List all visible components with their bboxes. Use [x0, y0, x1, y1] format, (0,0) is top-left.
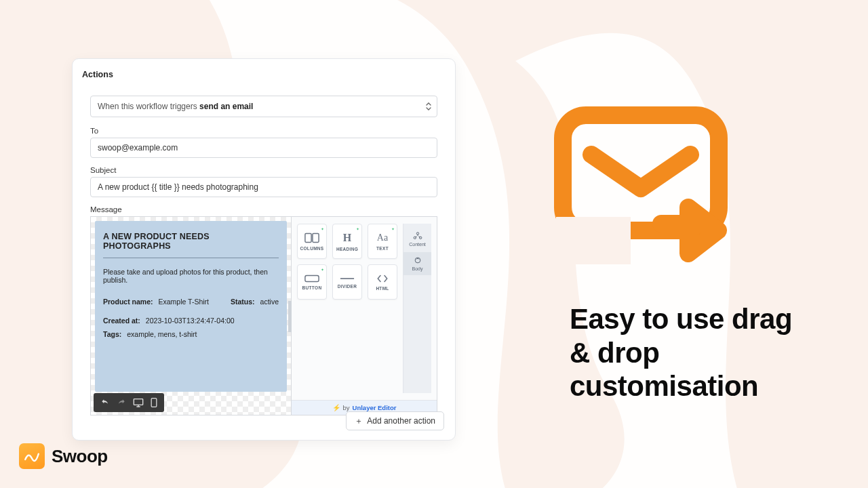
block-text[interactable]: ✦ Aa TEXT — [368, 224, 397, 259]
headline: Easy to use drag & drop customisation — [570, 302, 807, 403]
tab-content-label: Content — [409, 242, 426, 247]
email-preview[interactable]: A NEW PRODUCT NEEDS PHOTOGRAPHS Please t… — [95, 221, 287, 392]
product-name-key: Product name: — [103, 298, 153, 306]
subject-input[interactable] — [90, 177, 437, 197]
credit-link[interactable]: Unlayer Editor — [353, 404, 397, 411]
email-title: A NEW PRODUCT NEEDS PHOTOGRAPHS — [103, 232, 279, 251]
svg-rect-2 — [305, 233, 311, 242]
block-html[interactable]: HTML — [368, 264, 397, 300]
editor-canvas[interactable]: A NEW PRODUCT NEEDS PHOTOGRAPHS Please t… — [90, 216, 292, 415]
tags-key: Tags: — [103, 330, 121, 338]
block-button[interactable]: ✦ BUTTON — [297, 264, 327, 300]
email-intro: Please take and upload photos for this p… — [103, 268, 279, 284]
block-divider-label: DIVIDER — [338, 284, 357, 289]
redo-icon[interactable] — [117, 398, 126, 407]
plus-icon: ＋ — [355, 415, 363, 427]
block-heading[interactable]: ✦ H HEADING — [332, 224, 362, 259]
tab-body[interactable]: Body — [403, 252, 431, 275]
subject-label: Subject — [90, 166, 437, 174]
editor-toolbar — [94, 393, 164, 412]
status-key: Status: — [231, 298, 255, 306]
block-text-label: TEXT — [376, 246, 389, 251]
svg-rect-3 — [313, 233, 319, 242]
credit-by: by — [343, 404, 350, 411]
tags-val: example, mens, t-shirt — [127, 330, 197, 338]
created-val: 2023-10-03T13:24:47-04:00 — [146, 317, 235, 325]
block-html-label: HTML — [376, 286, 389, 291]
brand: Swoop — [19, 443, 108, 469]
trigger-action: send an email — [199, 102, 253, 111]
bolt-icon: ⚡ — [332, 404, 340, 411]
add-action-label: Add another action — [367, 416, 435, 426]
product-name-val: Example T-Shirt — [159, 298, 210, 306]
tab-content[interactable]: Content — [403, 228, 431, 251]
email-divider — [103, 258, 279, 258]
svg-rect-4 — [305, 275, 319, 281]
brand-logo-icon — [19, 443, 45, 469]
actions-panel: Actions When this workflow triggers send… — [72, 58, 456, 441]
trigger-select[interactable]: When this workflow triggers send an emai… — [90, 96, 437, 117]
svg-rect-0 — [134, 399, 142, 405]
to-label: To — [90, 127, 437, 135]
block-button-label: BUTTON — [302, 285, 322, 290]
desktop-icon[interactable] — [133, 398, 144, 407]
message-editor: A NEW PRODUCT NEEDS PHOTOGRAPHS Please t… — [90, 216, 437, 415]
stepper-icon — [426, 102, 431, 110]
created-key: Created at: — [103, 317, 140, 325]
block-divider[interactable]: DIVIDER — [332, 264, 362, 300]
svg-rect-11 — [556, 217, 631, 264]
trigger-prefix: When this workflow triggers — [98, 102, 197, 111]
undo-icon[interactable] — [100, 398, 110, 407]
block-heading-label: HEADING — [336, 247, 358, 251]
svg-point-6 — [416, 232, 418, 235]
block-columns-label: COLUMNS — [300, 246, 324, 251]
block-columns[interactable]: ✦ COLUMNS — [297, 224, 327, 259]
add-action-button[interactable]: ＋ Add another action — [346, 411, 444, 430]
message-label: Message — [90, 205, 437, 214]
brand-name: Swoop — [52, 446, 108, 467]
status-val: active — [260, 298, 279, 306]
editor-sidebar: ✦ COLUMNS ✦ H HEADING ✦ Aa TEXT — [292, 216, 437, 415]
to-input[interactable] — [90, 138, 437, 158]
panel-title: Actions — [82, 70, 446, 79]
tab-body-label: Body — [412, 266, 423, 271]
svg-rect-1 — [151, 399, 157, 407]
mobile-icon[interactable] — [151, 398, 157, 407]
hero-mail-icon — [549, 102, 739, 264]
